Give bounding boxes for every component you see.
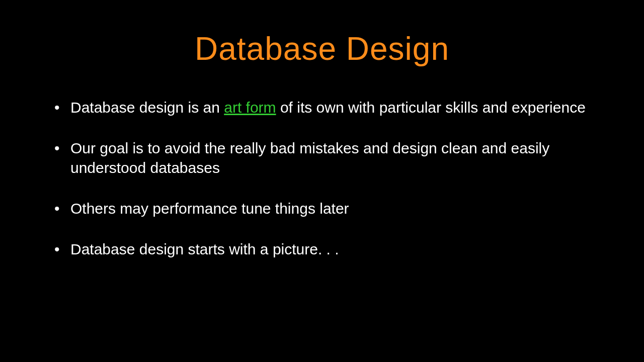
slide-title: Database Design [50,30,594,67]
bullet-list: Database design is an art form of its ow… [50,98,594,259]
bullet-text-before: Database design starts with a picture. .… [70,241,339,257]
slide-container: Database Design Database design is an ar… [0,0,644,362]
bullet-text-before: Database design is an [70,99,224,116]
bullet-text-before: Others may performance tune things later [70,200,349,217]
bullet-text-highlight: art form [224,99,276,116]
list-item: Others may performance tune things later [50,199,594,218]
list-item: Database design is an art form of its ow… [50,98,594,117]
bullet-text-after: of its own with particular skills and ex… [276,99,586,116]
list-item: Our goal is to avoid the really bad mist… [50,138,594,177]
bullet-text-before: Our goal is to avoid the really bad mist… [70,140,549,176]
list-item: Database design starts with a picture. .… [50,239,594,259]
